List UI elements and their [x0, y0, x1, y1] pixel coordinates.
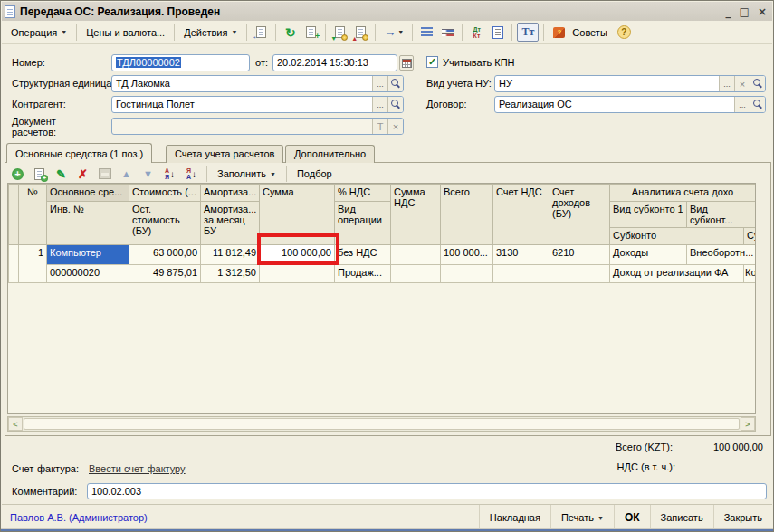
goto-icon[interactable]: → ▼ — [380, 24, 407, 42]
add-row-icon[interactable]: + — [8, 165, 27, 183]
advice-button[interactable]: ? Советы — [549, 25, 611, 40]
cell-inv[interactable]: 000000020 — [47, 265, 129, 283]
cell-residual[interactable]: 49 875,01 — [129, 265, 201, 283]
operation-button[interactable]: Операция ▼ — [6, 25, 72, 40]
open-button[interactable] — [387, 76, 403, 91]
col-header-subkonto2: Су — [744, 228, 756, 245]
mark-rows-icon[interactable] — [438, 24, 457, 42]
tab-assets[interactable]: Основные средства (1 поз.) — [6, 143, 152, 163]
cell-income-account[interactable]: 6210 — [549, 245, 610, 265]
cross-glyph: ✗ — [78, 168, 88, 180]
unpost-document-icon[interactable]: ▲ — [351, 24, 370, 42]
tab-additional[interactable]: Дополнительно — [285, 145, 375, 163]
nu-field[interactable]: НУ ... × — [494, 75, 766, 92]
print-button[interactable]: Печать ▼ — [550, 505, 614, 530]
cell-income-account-line2[interactable] — [549, 265, 610, 283]
move-up-icon[interactable]: ▲ — [117, 165, 136, 183]
settlement-doc-label: Документ расчетов: — [12, 116, 89, 138]
description-toggle-button[interactable]: Тт — [517, 23, 539, 42]
cell-sum-line2[interactable] — [260, 265, 335, 283]
col-header-vat-sum: Сумма НДС — [391, 185, 441, 245]
advice-label: Советы — [572, 27, 607, 38]
counterparty-label: Контрагент: — [12, 99, 66, 109]
clear-button[interactable]: × — [734, 76, 750, 91]
refresh-icon[interactable]: ↻ — [281, 24, 300, 42]
sort-descending-icon[interactable]: ЯА ↓ — [182, 165, 201, 183]
document-movements-icon[interactable] — [488, 24, 507, 42]
cell-op-kind[interactable]: Продаж... — [335, 265, 391, 283]
edit-row-icon[interactable]: ✎ — [52, 165, 71, 183]
cell-vat-pct[interactable]: без НДС — [335, 245, 391, 265]
invoice-print-button[interactable]: Накладная — [479, 505, 550, 530]
cell-amort-month[interactable]: 1 312,50 — [201, 265, 260, 283]
total-value: 100 000,00 — [674, 442, 763, 452]
clear-button[interactable]: × — [387, 119, 403, 134]
chevron-down-icon: ▼ — [597, 515, 604, 521]
post-document-icon[interactable]: ▼ — [330, 24, 349, 42]
open-button[interactable] — [750, 97, 765, 112]
close-button[interactable]: Закрыть — [713, 505, 772, 530]
dtkt-postings-icon[interactable]: ДтКт — [467, 24, 486, 42]
save-button[interactable]: Записать — [650, 505, 713, 530]
fill-button[interactable]: Заполнить ▼ — [213, 166, 281, 181]
col-header-num: № — [19, 185, 47, 245]
cell-num[interactable]: 1 — [19, 245, 47, 283]
reread-icon[interactable]: ← — [252, 24, 271, 42]
counterparty-field[interactable]: Гостиница Полет ... — [111, 96, 404, 113]
structure-icon[interactable] — [417, 24, 436, 42]
open-button[interactable] — [387, 97, 403, 112]
window-title: Передача ОС: Реализация. Проведен — [20, 5, 220, 18]
settlement-doc-field[interactable]: T × — [111, 118, 404, 135]
calendar-button[interactable] — [399, 55, 414, 71]
cell-subkonto2[interactable]: Ко — [744, 265, 756, 283]
cell-row-selector[interactable] — [9, 245, 19, 283]
text-edit-button[interactable]: T — [372, 119, 387, 134]
select-button[interactable]: ... — [734, 97, 750, 112]
maximize-icon[interactable]: □ — [740, 5, 750, 18]
cell-total-line2[interactable] — [441, 265, 493, 283]
cell-vat-sum-line2[interactable] — [391, 265, 441, 283]
number-field[interactable]: ТДЛ00000002 — [111, 54, 250, 71]
kpn-checkbox[interactable]: ✓ — [426, 56, 438, 68]
cell-subkind1[interactable]: Доходы — [610, 245, 687, 265]
cell-vat-account-line2[interactable] — [493, 265, 549, 283]
cell-sum[interactable]: 100 000,00 — [260, 245, 335, 265]
copy-row-icon[interactable]: + — [30, 165, 49, 183]
select-button[interactable]: ... — [372, 97, 387, 112]
scrollbar-thumb[interactable] — [24, 418, 740, 430]
move-down-icon[interactable]: ▼ — [139, 165, 158, 183]
separator — [206, 166, 207, 182]
select-button[interactable]: ... — [372, 76, 387, 91]
prices-currency-button[interactable]: Цены и валюта... — [81, 25, 169, 40]
cell-amort[interactable]: 11 812,49 — [201, 245, 260, 265]
cell-subkonto1[interactable]: Доход от реализации ФА — [610, 265, 744, 283]
separator — [412, 24, 413, 41]
unit-field[interactable]: ТД Лакомка ... — [111, 75, 404, 92]
delete-row-icon[interactable]: ✗ — [73, 165, 92, 183]
separator — [375, 24, 376, 41]
contract-field[interactable]: Реализация ОС ... — [494, 96, 766, 113]
close-icon[interactable]: × — [758, 5, 767, 18]
pick-button[interactable]: Подбор — [292, 166, 337, 181]
cell-vat-account[interactable]: 3130 — [493, 245, 549, 265]
copy-icon[interactable]: + — [301, 24, 320, 42]
ok-button[interactable]: ОК — [614, 505, 650, 530]
cell-cost[interactable]: 63 000,00 — [129, 245, 201, 265]
tab-settlement-accounts[interactable]: Счета учета расчетов — [166, 145, 283, 163]
horizontal-scrollbar[interactable]: < > — [7, 416, 756, 432]
sort-ascending-icon[interactable]: АЯ ↓ — [160, 165, 179, 183]
select-button[interactable]: ... — [719, 76, 734, 91]
comment-field[interactable]: 100.02.003 — [87, 483, 767, 499]
open-button[interactable] — [750, 76, 765, 91]
minimize-icon[interactable]: _ — [726, 5, 731, 18]
enter-invoice-link[interactable]: Ввести счет-фактуру — [89, 463, 186, 474]
cell-total[interactable]: 100 000... — [441, 245, 493, 265]
cell-asset[interactable]: Компьютер — [47, 245, 129, 265]
cell-vat-sum[interactable] — [391, 245, 441, 265]
scroll-right-icon[interactable]: > — [741, 417, 755, 431]
actions-button[interactable]: Действия ▼ — [179, 25, 242, 40]
help-icon[interactable]: ? — [617, 25, 631, 39]
date-field[interactable]: 20.02.2014 15:30:13 — [272, 54, 397, 71]
scroll-left-icon[interactable]: < — [8, 417, 23, 431]
cell-subkind2[interactable]: Внеоборотн... — [687, 245, 756, 265]
